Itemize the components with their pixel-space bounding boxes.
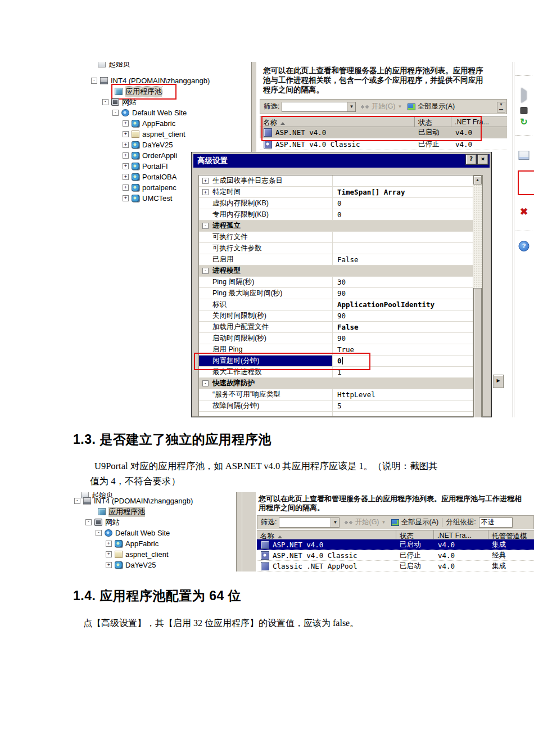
tree-item-orderappli[interactable]: OrderAppli bbox=[123, 150, 177, 161]
dropdown-arrow-icon[interactable]: ▼ bbox=[347, 102, 355, 111]
tree-item-start-page[interactable]: 起始页 bbox=[98, 62, 130, 69]
tree-item-app-pools[interactable]: 应用程序池 bbox=[115, 86, 162, 97]
property-row[interactable]: Ping 最大响应时间(秒)90 bbox=[199, 288, 473, 299]
property-row[interactable]: 特定时间TimeSpan[] Array bbox=[199, 187, 473, 198]
tree-item-default-web-site[interactable]: Default Web Site bbox=[112, 107, 187, 118]
property-row[interactable]: 加载用户配置文件False bbox=[199, 322, 473, 333]
help-icon[interactable]: ? bbox=[519, 241, 530, 251]
column-header-net-framework[interactable]: .NET Fra... bbox=[451, 117, 507, 127]
start-dropdown-icon[interactable]: ▼ bbox=[398, 104, 402, 109]
property-row[interactable]: 虚拟内存限制(KB)0 bbox=[199, 198, 473, 209]
column-header-name[interactable]: 名称 bbox=[257, 530, 396, 539]
property-section-row[interactable]: 进程孤立 bbox=[199, 220, 473, 232]
show-all-button[interactable]: 全部显示(A) bbox=[401, 518, 438, 527]
tree-item-aspnet-client[interactable]: aspnet_client bbox=[123, 129, 185, 140]
basic-settings-icon[interactable] bbox=[519, 151, 530, 160]
pool-row-classic-net-apppool[interactable]: Classic .NET AppPool 已启动 v4.0 集成 bbox=[257, 561, 534, 572]
pool-row-aspnet-v4[interactable]: ASP.NET v4.0 已启动 v4.0 bbox=[260, 127, 507, 138]
expand-icon[interactable] bbox=[123, 142, 129, 148]
column-header-status[interactable]: 状态 bbox=[396, 530, 434, 539]
collapse-icon[interactable] bbox=[91, 78, 97, 84]
expand-icon[interactable] bbox=[123, 184, 129, 191]
expand-icon[interactable] bbox=[202, 189, 209, 195]
tree-item-portalpenc[interactable]: portalpenc bbox=[123, 182, 177, 193]
property-row[interactable]: 启用 PingTrue bbox=[199, 344, 473, 356]
column-header-net-framework[interactable]: .NET Fra... bbox=[434, 530, 488, 539]
tree-item-dayev25[interactable]: DaYeV25 bbox=[106, 560, 156, 570]
property-row-idle-timeout[interactable]: 闲置超时(分钟)0 bbox=[199, 356, 473, 367]
collapse-icon[interactable] bbox=[85, 519, 92, 525]
scroll-up-icon[interactable]: ▲ bbox=[473, 176, 482, 184]
property-section-row[interactable]: 进程模型 bbox=[199, 266, 473, 277]
expand-icon[interactable] bbox=[123, 152, 129, 159]
pool-row-aspnet-v4-classic[interactable]: ASP.NET v4.0 Classic 已停止 v4.0 bbox=[260, 139, 507, 150]
collapse-icon[interactable] bbox=[74, 498, 80, 504]
property-row[interactable]: “服务不可用”响应类型HttpLevel bbox=[199, 389, 473, 400]
expand-icon[interactable] bbox=[123, 163, 129, 169]
property-row[interactable]: Ping 间隔(秒)30 bbox=[199, 277, 473, 288]
dialog-close-button[interactable]: × bbox=[477, 154, 488, 165]
tree-item-sites[interactable]: 网站 bbox=[85, 517, 120, 528]
expand-icon[interactable] bbox=[106, 551, 112, 557]
property-row[interactable]: 关闭时间限制(秒)90 bbox=[199, 310, 473, 322]
start-button[interactable]: 开始(G) bbox=[371, 102, 395, 111]
dialog-help-button[interactable]: ? bbox=[465, 154, 477, 165]
dialog-scrollbar[interactable]: ▲ bbox=[473, 176, 482, 416]
collapse-icon[interactable] bbox=[202, 268, 209, 274]
show-all-button[interactable]: 全部显示(A) bbox=[417, 102, 455, 111]
tree-item-umctest[interactable]: UMCTest bbox=[123, 193, 172, 204]
column-header-name[interactable]: 名称 bbox=[260, 117, 415, 127]
pool-row-aspnet-v4-classic[interactable]: ASP.NET v4.0 Classic 已停止 v4.0 经典 bbox=[257, 550, 534, 561]
start-button[interactable]: 开始(G) bbox=[355, 518, 379, 527]
dialog-title[interactable]: 高级设置 bbox=[193, 154, 490, 168]
expand-icon[interactable] bbox=[106, 541, 112, 547]
start-pool-icon[interactable] bbox=[522, 91, 527, 100]
tree-item-app-pools[interactable]: 应用程序池 bbox=[98, 506, 145, 517]
expand-icon[interactable] bbox=[123, 195, 129, 201]
tree-item-portalfi[interactable]: PortalFI bbox=[123, 161, 168, 172]
filter-input[interactable]: ▼ bbox=[279, 518, 340, 528]
expand-icon[interactable] bbox=[123, 174, 129, 180]
group-by-select[interactable]: 不进 bbox=[479, 518, 513, 528]
stop-pool-icon[interactable] bbox=[521, 107, 528, 114]
expand-icon[interactable] bbox=[123, 131, 129, 137]
expand-icon[interactable] bbox=[123, 120, 129, 127]
tree-item-dayev25[interactable]: DaYeV25 bbox=[123, 140, 173, 150]
property-row[interactable]: 可执行文件 bbox=[199, 232, 473, 243]
property-row[interactable]: 最大工作进程数1 bbox=[199, 367, 473, 378]
recycle-icon[interactable]: ↻ bbox=[520, 118, 527, 127]
property-section-row[interactable]: 快速故障防护 bbox=[199, 378, 473, 389]
tree-pane-divider[interactable] bbox=[236, 492, 242, 572]
tree-item-default-web-site[interactable]: Default Web Site bbox=[96, 528, 170, 538]
expand-icon[interactable] bbox=[106, 562, 112, 568]
collapse-icon[interactable] bbox=[112, 110, 119, 116]
remove-icon[interactable]: ✖ bbox=[520, 207, 528, 217]
property-row[interactable]: 启动时间限制(秒)90 bbox=[199, 333, 473, 344]
property-row[interactable]: 已启用False bbox=[199, 254, 473, 266]
tree-item-appfabric[interactable]: AppFabric bbox=[123, 118, 175, 129]
collapse-icon[interactable] bbox=[96, 530, 102, 536]
filter-input[interactable]: ▼ bbox=[282, 102, 356, 112]
dropdown-arrow-icon[interactable]: ▼ bbox=[331, 518, 339, 527]
tree-item-portaloba[interactable]: PortalOBA bbox=[123, 172, 177, 182]
start-dropdown-icon[interactable]: ▼ bbox=[382, 520, 386, 525]
scroll-right-button[interactable]: ▶ bbox=[493, 375, 504, 388]
column-header-pipeline-mode[interactable]: 托管管道模 bbox=[488, 530, 534, 539]
property-row[interactable]: 标识ApplicationPoolIdentity bbox=[199, 299, 473, 310]
pool-row-aspnet-v4[interactable]: ASP.NET v4.0 已启动 v4.0 集成 bbox=[257, 539, 534, 550]
property-value-edit[interactable]: 0 bbox=[333, 356, 473, 366]
expand-icon[interactable] bbox=[202, 178, 209, 184]
property-row[interactable]: 生成回收事件日志条目 bbox=[199, 176, 473, 187]
property-row[interactable]: 可执行文件参数 bbox=[199, 243, 473, 254]
tree-item-server[interactable]: INT4 (PDOMAIN\zhanggangb) bbox=[74, 496, 193, 506]
property-row[interactable]: 专用内存限制(KB)0 bbox=[199, 209, 473, 220]
collapse-icon[interactable] bbox=[202, 380, 209, 386]
collapse-icon[interactable] bbox=[102, 99, 108, 105]
tree-item-appfabric[interactable]: AppFabric bbox=[106, 538, 159, 549]
toolbar-options-icon[interactable]: ▼▬ bbox=[497, 102, 505, 112]
property-row[interactable]: 故障间隔(分钟)5 bbox=[199, 400, 473, 412]
column-header-status[interactable]: 状态 bbox=[415, 117, 451, 127]
tree-item-sites[interactable]: 网站 bbox=[102, 97, 137, 107]
scrollbar-thumb[interactable] bbox=[473, 288, 482, 417]
collapse-icon[interactable] bbox=[202, 223, 209, 229]
